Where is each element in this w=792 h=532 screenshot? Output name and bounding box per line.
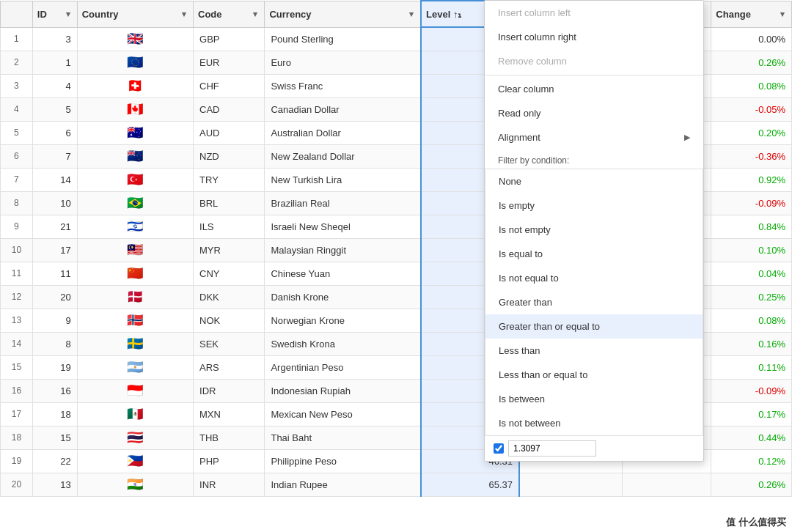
cell-currency: New Zealand Dollar <box>265 144 421 168</box>
cell-units <box>519 473 622 496</box>
cell-id: 3 <box>32 27 77 51</box>
menu-item-remove-col: Remove column <box>485 49 703 73</box>
col-code-label: Code <box>198 9 222 20</box>
cell-currency: Thai Baht <box>265 426 421 449</box>
cell-rownum: 1 <box>1 27 33 51</box>
filter-item-is-empty[interactable]: Is empty <box>485 193 703 218</box>
col-rownum <box>1 1 33 27</box>
menu-item-label: Clear column <box>498 84 554 95</box>
filter-item-is-between[interactable]: Is between <box>485 387 703 411</box>
menu-item-clear-col[interactable]: Clear column <box>485 77 703 101</box>
cell-change: -0.09% <box>711 191 792 215</box>
filter-item-label: Is not between <box>499 418 561 429</box>
cell-flag: 🇮🇱 <box>77 215 193 238</box>
cell-change: 0.84% <box>711 215 792 238</box>
filter-item-none[interactable]: None <box>485 169 703 193</box>
col-code-filter[interactable]: ▾ <box>251 8 260 21</box>
cell-change: 0.26% <box>711 473 792 496</box>
cell-flag: 🇦🇺 <box>77 121 193 144</box>
cell-rownum: 11 <box>1 262 33 285</box>
cell-flag: 🇳🇴 <box>77 309 193 332</box>
cell-rownum: 13 <box>1 309 33 332</box>
col-id: ID ▾ <box>32 1 77 27</box>
menu-item-insert-col-right[interactable]: Insert column right <box>485 25 703 49</box>
cell-currency: Canadian Dollar <box>265 97 421 121</box>
filter-item-label: Is between <box>499 394 545 404</box>
cell-flag: 🇬🇧 <box>77 27 193 51</box>
cell-code: DKK <box>194 285 265 309</box>
cell-flag: 🇩🇰 <box>77 285 193 309</box>
cell-id: 17 <box>32 238 77 262</box>
filter-item-less-than[interactable]: Less than <box>485 339 703 363</box>
cell-rownum: 8 <box>1 191 33 215</box>
cell-change: 0.08% <box>711 74 792 97</box>
menu-item-label: Insert column left <box>498 7 571 18</box>
cell-flag: 🇳🇿 <box>77 144 193 168</box>
cell-id: 20 <box>32 285 77 309</box>
cell-flag: 🇧🇷 <box>77 191 193 215</box>
cell-change: 0.12% <box>711 449 792 473</box>
filter-item-is-not-between[interactable]: Is not between <box>485 411 703 435</box>
col-currency-filter[interactable]: ▾ <box>407 8 416 21</box>
filter-item-greater-equal[interactable]: Greater than or equal to <box>485 314 703 339</box>
cell-code: CHF <box>194 74 265 97</box>
cell-code: PHP <box>194 449 265 473</box>
filter-item-label: Is equal to <box>499 248 543 259</box>
cell-code: ILS <box>194 215 265 238</box>
menu-separator <box>485 75 703 75</box>
cell-rownum: 18 <box>1 426 33 449</box>
cell-flag: 🇲🇾 <box>77 238 193 262</box>
menu-item-read-only[interactable]: Read only <box>485 101 703 125</box>
cell-id: 7 <box>32 144 77 168</box>
cell-rownum: 12 <box>1 285 33 309</box>
col-change-filter[interactable]: ▾ <box>778 8 787 21</box>
menu-item-label: Alignment <box>498 132 540 143</box>
cell-currency: Chinese Yuan <box>265 262 421 285</box>
col-code: Code ▾ <box>194 1 265 27</box>
filter-item-label: Is not equal to <box>499 273 559 284</box>
filter-item-is-not-equal[interactable]: Is not equal to <box>485 266 703 290</box>
col-country-filter[interactable]: ▾ <box>180 8 188 21</box>
submenu-arrow: ▶ <box>684 133 690 142</box>
cell-currency: Australian Dollar <box>265 121 421 144</box>
cell-id: 15 <box>32 426 77 449</box>
filter-checkbox[interactable] <box>494 443 504 454</box>
col-currency-label: Currency <box>269 9 311 20</box>
filter-input-row <box>485 436 703 461</box>
filter-item-label: Less than <box>499 345 540 356</box>
cell-id: 1 <box>32 51 77 74</box>
cell-currency: Argentinian Peso <box>265 355 421 379</box>
cell-rownum: 9 <box>1 215 33 238</box>
cell-code: CNY <box>194 262 265 285</box>
menu-item-alignment[interactable]: Alignment▶ <box>485 125 703 149</box>
col-id-filter[interactable]: ▾ <box>64 8 73 21</box>
cell-id: 4 <box>32 74 77 97</box>
filter-item-is-equal[interactable]: Is equal to <box>485 242 703 266</box>
cell-id: 19 <box>32 355 77 379</box>
cell-rownum: 20 <box>1 473 33 496</box>
cell-rownum: 7 <box>1 168 33 191</box>
filter-item-is-not-empty[interactable]: Is not empty <box>485 218 703 242</box>
cell-rownum: 16 <box>1 379 33 402</box>
cell-code: TRY <box>194 168 265 191</box>
cell-code: MXN <box>194 402 265 426</box>
cell-change: 0.08% <box>711 309 792 332</box>
filter-section-label: Filter by condition: <box>485 149 703 169</box>
cell-currency: Israeli New Sheqel <box>265 215 421 238</box>
cell-rownum: 10 <box>1 238 33 262</box>
col-country: Country ▾ <box>77 1 193 27</box>
cell-currency: Indian Rupee <box>265 473 421 496</box>
cell-id: 21 <box>32 215 77 238</box>
table-container: ID ▾ Country ▾ Code ▾ <box>0 0 792 532</box>
cell-currency: Danish Krone <box>265 285 421 309</box>
cell-currency: Philippine Peso <box>265 449 421 473</box>
menu-item-label: Insert column right <box>498 32 576 43</box>
filter-item-greater-than[interactable]: Greater than <box>485 290 703 314</box>
col-change: Change ▾ <box>711 1 792 27</box>
cell-code: CAD <box>194 97 265 121</box>
cell-flag: 🇲🇽 <box>77 402 193 426</box>
cell-change: -0.05% <box>711 97 792 121</box>
cell-currency: New Turkish Lira <box>265 168 421 191</box>
filter-value-input[interactable] <box>508 440 596 457</box>
filter-item-less-equal[interactable]: Less than or equal to <box>485 363 703 387</box>
